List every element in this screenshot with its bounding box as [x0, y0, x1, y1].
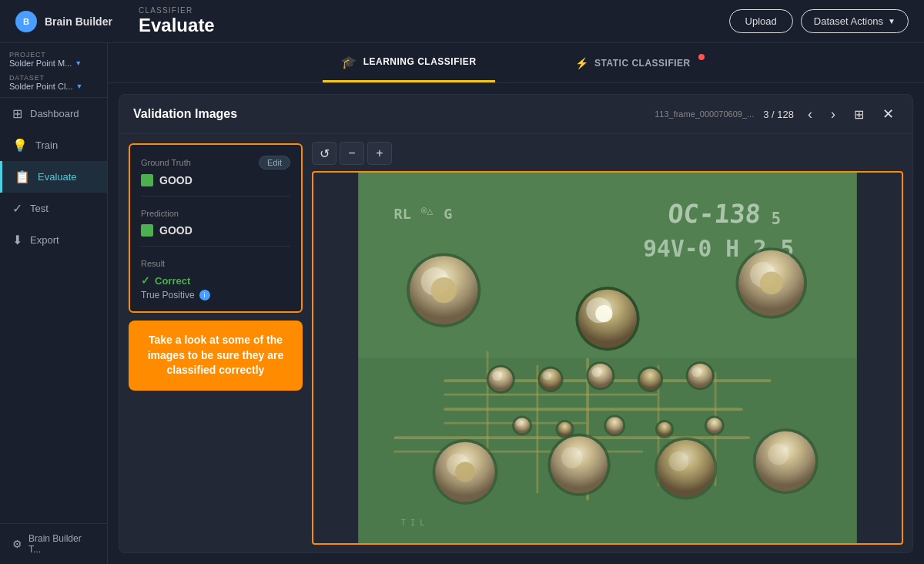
active-dot-icon	[698, 54, 705, 60]
sidebar-item-label: Test	[30, 203, 49, 214]
checkmark-icon: ✓	[141, 274, 150, 287]
prediction-color-badge	[141, 224, 153, 237]
dataset-label: DATASET	[9, 74, 98, 82]
chevron-down-icon: ▼	[888, 17, 896, 25]
sidebar-item-label: Train	[35, 139, 58, 151]
dataset-chevron-icon: ▼	[76, 82, 83, 90]
sidebar-item-test[interactable]: ✓ Test	[0, 193, 107, 224]
settings-icon: ⚙	[12, 538, 22, 550]
app-name: Brain Builder	[45, 15, 112, 28]
sidebar-bottom-settings[interactable]: ⚙ Brain Builder T...	[0, 524, 107, 564]
prediction-section: Prediction GOOD	[141, 206, 290, 237]
test-icon: ✓	[12, 201, 22, 216]
dataset-actions-button[interactable]: Dataset Actions ▼	[801, 9, 909, 33]
project-label: PROJECT	[9, 51, 98, 59]
image-wrapper: OC-138 5 94V-0 H 2.5 RL ®△ G	[312, 171, 903, 545]
ground-truth-color-badge	[141, 174, 153, 186]
close-button[interactable]: ✕	[878, 104, 899, 124]
upload-button[interactable]: Upload	[729, 9, 793, 33]
edit-button[interactable]: Edit	[259, 156, 290, 170]
prediction-label: Prediction	[141, 209, 179, 218]
tab-label: STATIC CLASSIFIER	[594, 58, 691, 69]
sidebar-item-label: Dashboard	[30, 108, 79, 119]
dashboard-icon: ⊞	[12, 106, 22, 121]
sidebar-item-export[interactable]: ⬇ Export	[0, 224, 107, 256]
validation-count: 3 / 128	[763, 109, 794, 120]
page-title: Evaluate	[139, 15, 729, 36]
result-label: Result	[141, 259, 165, 268]
sidebar-item-label: Export	[30, 234, 59, 246]
learning-classifier-icon: 🎓	[341, 55, 357, 69]
next-image-button[interactable]: ›	[826, 105, 840, 124]
prediction-value: GOOD	[159, 224, 192, 237]
grid-view-button[interactable]: ⊞	[849, 106, 869, 123]
result-correct: ✓ Correct	[141, 274, 290, 287]
classifier-label: CLASSIFIER	[139, 6, 729, 15]
sidebar-item-train[interactable]: 💡 Train	[0, 129, 107, 161]
static-classifier-icon: ⚡	[575, 57, 589, 69]
brain-builder-logo: B	[15, 11, 37, 32]
info-card: Ground Truth Edit GOOD	[129, 143, 303, 313]
result-type: True Positive i	[141, 290, 290, 300]
dataset-actions-label: Dataset Actions	[814, 15, 883, 27]
tab-static-classifier[interactable]: ⚡ STATIC CLASSIFIER	[557, 46, 709, 80]
ground-truth-section: Ground Truth Edit GOOD	[141, 156, 290, 186]
validation-images-title: Validation Images	[133, 107, 237, 121]
tab-learning-classifier[interactable]: 🎓 LEARNING CLASSIFIER	[323, 44, 494, 82]
tab-label: LEARNING CLASSIFIER	[363, 56, 477, 67]
rotate-button[interactable]: ↺	[312, 142, 336, 165]
export-icon: ⬇	[12, 233, 22, 247]
sidebar-item-dashboard[interactable]: ⊞ Dashboard	[0, 98, 107, 129]
train-icon: 💡	[12, 138, 28, 153]
prev-image-button[interactable]: ‹	[803, 105, 817, 124]
dataset-value[interactable]: Solder Point Cl... ▼	[9, 82, 98, 91]
settings-label: Brain Builder T...	[28, 533, 95, 555]
sidebar-item-evaluate[interactable]: 📋 Evaluate	[0, 161, 107, 193]
zoom-in-button[interactable]: +	[367, 142, 392, 165]
info-icon[interactable]: i	[199, 290, 210, 300]
zoom-out-button[interactable]: −	[340, 142, 364, 165]
svg-rect-72	[358, 173, 857, 543]
project-chevron-icon: ▼	[75, 59, 82, 67]
tooltip-text: Take a look at some of the images to be …	[142, 333, 289, 378]
result-section: Result ✓ Correct True Positive i	[141, 256, 290, 300]
validation-filename: 113_frame_000070609_...	[654, 109, 754, 119]
image-controls: ↺ − +	[312, 142, 903, 165]
pcb-image: OC-138 5 94V-0 H 2.5 RL ®△ G	[313, 173, 902, 543]
evaluate-icon: 📋	[15, 170, 30, 184]
sidebar-item-label: Evaluate	[38, 171, 77, 183]
ground-truth-value: GOOD	[159, 174, 192, 186]
project-value[interactable]: Solder Point M... ▼	[9, 59, 98, 68]
ground-truth-label: Ground Truth	[141, 158, 191, 167]
tooltip-box: Take a look at some of the images to be …	[129, 321, 303, 391]
